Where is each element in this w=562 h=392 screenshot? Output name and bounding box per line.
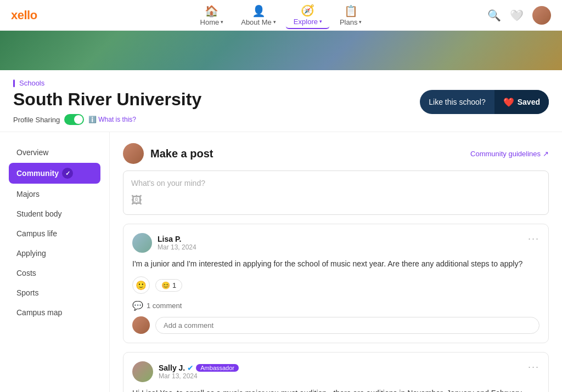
comment-icon: 💬 <box>132 300 143 311</box>
saved-button[interactable]: ❤️ Saved <box>494 90 549 114</box>
post-author-name: Lisa P. <box>158 235 196 243</box>
sidebar-item-overview[interactable]: Overview <box>9 143 100 162</box>
community-guidelines-label: Community guidelines <box>470 150 541 158</box>
logo-text: xell <box>11 8 30 22</box>
info-icon: ℹ️ <box>88 116 97 123</box>
user-avatar[interactable] <box>532 6 551 25</box>
reply-date: Mar 13, 2024 <box>159 372 239 380</box>
verified-icon: ✔ <box>187 363 194 372</box>
like-saved-button[interactable]: Like this school? ❤️ Saved <box>420 90 549 114</box>
post-placeholder: What's on your mind? <box>131 179 541 188</box>
make-post-label: Make a post <box>150 147 213 160</box>
community-guidelines-link[interactable]: Community guidelines ↗ <box>470 150 549 158</box>
comment-count[interactable]: 💬 1 comment <box>132 300 539 311</box>
nav-explore[interactable]: 🧭 Explore ▾ <box>286 2 330 29</box>
commenter-avatar <box>132 316 150 334</box>
make-post-title: Make a post <box>123 143 213 164</box>
reply-user-info: Sally J. ✔ Ambassador Mar 13, 2024 <box>132 361 239 382</box>
hero-image <box>0 31 562 70</box>
sidebar-item-student-body[interactable]: Student body <box>9 204 100 223</box>
community-content: Make a post Community guidelines ↗ What'… <box>110 132 562 392</box>
sidebar-item-campus-map[interactable]: Campus map <box>9 303 100 322</box>
post-input-box[interactable]: What's on your mind? 🖼 <box>123 171 549 215</box>
nav-home-label: Home <box>200 18 220 26</box>
post-actions: 🙂 😊 1 <box>132 276 539 294</box>
like-label: Like this school? <box>420 98 494 106</box>
reply-author-details: Sally J. ✔ Ambassador Mar 13, 2024 <box>159 363 239 380</box>
post-user-info: Lisa P. Mar 13, 2024 <box>132 233 196 253</box>
home-icon: 🏠 <box>205 4 218 18</box>
school-info: Schools South River University Profile S… <box>13 79 201 125</box>
post-card-header: Lisa P. Mar 13, 2024 ··· <box>132 233 539 253</box>
comment-input[interactable] <box>155 317 539 334</box>
saved-label: Saved <box>518 98 540 106</box>
profile-sharing-toggle[interactable] <box>64 114 84 125</box>
chevron-down-icon: ▾ <box>273 19 276 25</box>
post-author-details: Lisa P. Mar 13, 2024 <box>158 235 196 251</box>
logo[interactable]: xello <box>11 8 37 22</box>
about-me-icon: 👤 <box>252 4 266 18</box>
reply-text: Hi Lisa! Yes, to enroll as a music major… <box>132 388 539 392</box>
nav-plans[interactable]: 📋 Plans ▾ <box>332 2 370 29</box>
post-author-avatar <box>132 233 152 253</box>
profile-sharing-row: Profile Sharing ℹ️ What is this? <box>13 114 201 125</box>
add-comment-row <box>132 316 539 334</box>
sidebar-item-majors[interactable]: Majors <box>9 185 100 203</box>
school-header: Schools South River University Profile S… <box>0 70 562 132</box>
reply-name-row: Sally J. ✔ Ambassador <box>159 363 239 372</box>
post-text: I'm a junior and I'm interested in apply… <box>132 258 539 270</box>
nav-explore-label: Explore <box>294 18 318 26</box>
external-link-icon: ↗ <box>543 150 549 158</box>
sidebar-item-community[interactable]: Community ✓ <box>9 163 100 184</box>
top-navigation: xello 🏠 Home ▾ 👤 About Me ▾ 🧭 Ex <box>0 0 562 31</box>
nav-about-me[interactable]: 👤 About Me ▾ <box>233 2 284 29</box>
post-date: Mar 13, 2024 <box>158 243 196 251</box>
logo-o: o <box>30 8 37 22</box>
nav-home[interactable]: 🏠 Home ▾ <box>193 2 232 29</box>
nav-about-me-label: About Me <box>241 18 272 26</box>
chevron-down-icon: ▾ <box>319 19 322 24</box>
comment-count-label: 1 comment <box>147 302 182 310</box>
hero-banner <box>0 31 562 70</box>
sidebar-item-campus-life[interactable]: Campus life <box>9 224 100 243</box>
main-content: Overview Community ✓ Majors Student body… <box>0 132 562 392</box>
reply-more-button[interactable]: ··· <box>528 361 539 373</box>
reply-author-avatar <box>132 361 153 382</box>
current-user-avatar <box>123 143 144 164</box>
reaction-emoji: 😊 <box>161 281 170 289</box>
favorites-icon[interactable]: 🤍 <box>510 9 524 22</box>
add-reaction-button[interactable]: 🙂 <box>132 276 150 294</box>
reply-author-name: Sally J. <box>159 363 185 372</box>
post-card: Lisa P. Mar 13, 2024 ··· I'm a junior an… <box>123 224 549 343</box>
profile-sharing-label: Profile Sharing <box>13 116 60 124</box>
breadcrumb-label: Schools <box>19 79 44 87</box>
what-is-this-label: What is this? <box>98 116 136 123</box>
image-upload-icon[interactable]: 🖼 <box>131 194 142 206</box>
active-check-icon: ✓ <box>62 168 73 179</box>
explore-icon: 🧭 <box>301 4 314 17</box>
make-post-header: Make a post Community guidelines ↗ <box>123 143 549 164</box>
school-name: South River University <box>13 89 201 110</box>
nav-items: 🏠 Home ▾ 👤 About Me ▾ 🧭 Explore ▾ <box>193 2 370 29</box>
reply-header: Sally J. ✔ Ambassador Mar 13, 2024 ··· <box>132 361 539 382</box>
sidebar: Overview Community ✓ Majors Student body… <box>0 132 110 392</box>
sidebar-item-sports[interactable]: Sports <box>9 283 100 302</box>
post-more-button[interactable]: ··· <box>528 233 539 245</box>
heart-icon: ❤️ <box>503 97 514 107</box>
nav-right: 🔍 🤍 <box>487 6 551 25</box>
search-icon[interactable]: 🔍 <box>487 9 501 22</box>
nav-plans-label: Plans <box>340 18 358 26</box>
reaction-count: 1 <box>172 281 176 289</box>
sidebar-item-applying[interactable]: Applying <box>9 244 100 263</box>
ambassador-badge: Ambassador <box>196 364 239 372</box>
reply-card: Sally J. ✔ Ambassador Mar 13, 2024 ··· H… <box>123 352 549 392</box>
chevron-down-icon: ▾ <box>359 19 362 25</box>
plans-icon: 📋 <box>344 4 358 18</box>
emoji-reaction-badge[interactable]: 😊 1 <box>155 279 182 292</box>
breadcrumb: Schools <box>13 79 201 87</box>
what-is-this-link[interactable]: ℹ️ What is this? <box>88 116 136 123</box>
breadcrumb-bar <box>13 79 15 87</box>
chevron-down-icon: ▾ <box>221 19 223 25</box>
sidebar-item-costs[interactable]: Costs <box>9 264 100 282</box>
